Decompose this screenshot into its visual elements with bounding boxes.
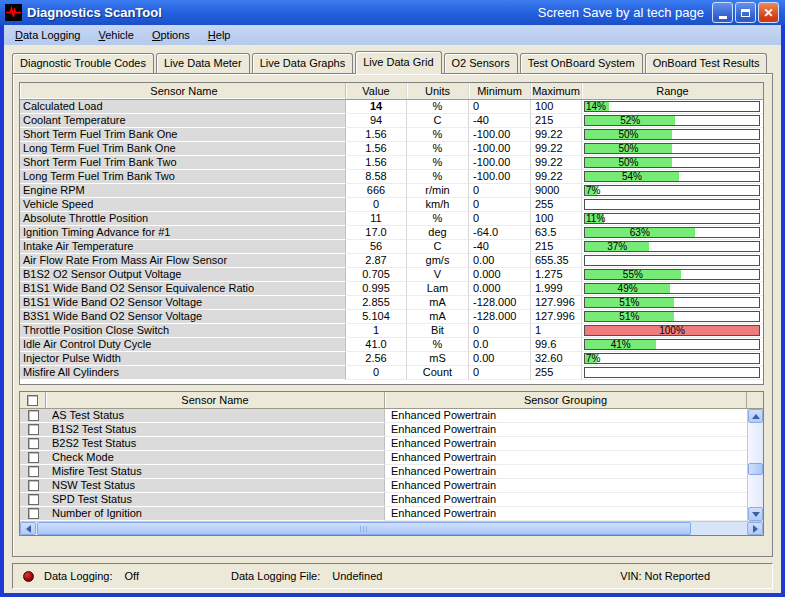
column-header-sensor-name[interactable]: Sensor Name: [20, 83, 346, 99]
grid-row[interactable]: Short Term Fuel Trim Bank Two 1.56 % -10…: [20, 156, 763, 170]
tab-live-data-graphs[interactable]: Live Data Graphs: [252, 53, 354, 73]
vertical-scrollbar[interactable]: [747, 409, 763, 521]
maximize-button[interactable]: [735, 2, 756, 23]
scroll-down-button[interactable]: [748, 507, 763, 521]
tab-onboard-test-results[interactable]: OnBoard Test Results: [645, 53, 768, 73]
range-cell: 41%: [582, 338, 763, 352]
range-bar-track: 54%: [584, 171, 760, 182]
grid-row[interactable]: Misfire All Cylinders 0 Count 0 255: [20, 366, 763, 380]
column-header-maximum[interactable]: Maximum: [531, 83, 582, 99]
range-bar-track: 49%: [584, 283, 760, 294]
sensor-table-row[interactable]: AS Test Status Enhanced Powertrain: [20, 409, 747, 423]
value-cell: 11: [346, 212, 407, 226]
horizontal-scroll-track[interactable]: [36, 522, 747, 535]
grid-row[interactable]: B1S1 Wide Band O2 Sensor Voltage 2.855 m…: [20, 296, 763, 310]
column-header-minimum[interactable]: Minimum: [469, 83, 531, 99]
sensor-name-cell: B1S2 Test Status: [46, 423, 385, 437]
tab-o2-sensors[interactable]: O2 Sensors: [444, 53, 518, 73]
scroll-right-button[interactable]: [747, 522, 763, 535]
menu-item-vehicle[interactable]: Vehicle: [89, 26, 142, 44]
sensor-table-row[interactable]: NSW Test Status Enhanced Powertrain: [20, 479, 747, 493]
grid-row[interactable]: Idle Air Control Duty Cycle 41.0 % 0.0 9…: [20, 338, 763, 352]
sensor-table-row[interactable]: Number of Ignition Enhanced Powertrain: [20, 507, 747, 521]
grid-row[interactable]: Injector Pulse Width 2.56 mS 0.00 32.60 …: [20, 352, 763, 366]
grid-row[interactable]: Long Term Fuel Trim Bank Two 8.58 % -100…: [20, 170, 763, 184]
range-percent-label: 49%: [585, 284, 670, 294]
checkbox-cell: [20, 451, 46, 465]
logging-file-value: Undefined: [332, 570, 382, 582]
tab-test-onboard-system[interactable]: Test OnBoard System: [520, 53, 643, 73]
sensor-table-row[interactable]: Misfire Test Status Enhanced Powertrain: [20, 465, 747, 479]
minimize-button[interactable]: [712, 2, 733, 23]
row-checkbox[interactable]: [28, 494, 39, 505]
column-header-sensor-name-2[interactable]: Sensor Name: [46, 392, 385, 408]
grid-row[interactable]: Vehicle Speed 0 km/h 0 255: [20, 198, 763, 212]
value-cell: 8.58: [346, 170, 407, 184]
grid-row[interactable]: Throttle Position Close Switch 1 Bit 0 1…: [20, 324, 763, 338]
range-cell: 50%: [582, 142, 763, 156]
vertical-scroll-track[interactable]: [748, 423, 763, 507]
horizontal-scroll-thumb[interactable]: [37, 522, 691, 535]
title-bar[interactable]: Diagnostics ScanTool Screen Save by al t…: [0, 0, 785, 25]
maximum-cell: 99.6: [531, 338, 582, 352]
sensor-table-row[interactable]: Check Mode Enhanced Powertrain: [20, 451, 747, 465]
select-all-checkbox[interactable]: [27, 395, 38, 406]
grid-row[interactable]: Short Term Fuel Trim Bank One 1.56 % -10…: [20, 128, 763, 142]
sensor-name-cell: Absolute Throttle Position: [20, 212, 346, 226]
sensor-table-row[interactable]: B2S2 Test Status Enhanced Powertrain: [20, 437, 747, 451]
grid-row[interactable]: Absolute Throttle Position 11 % 0 100 11…: [20, 212, 763, 226]
sensor-name-cell: AS Test Status: [46, 409, 385, 423]
minimum-cell: -64.0: [469, 226, 531, 240]
scroll-up-button[interactable]: [748, 409, 763, 423]
row-checkbox[interactable]: [28, 452, 39, 463]
units-cell: r/min: [407, 184, 469, 198]
grid-row[interactable]: Coolant Temperature 94 C -40 215 52%: [20, 114, 763, 128]
range-bar-track: 7%: [584, 185, 760, 196]
row-checkbox[interactable]: [28, 438, 39, 449]
row-checkbox[interactable]: [28, 480, 39, 491]
tab-live-data-meter[interactable]: Live Data Meter: [156, 53, 250, 73]
sensor-name-cell: Injector Pulse Width: [20, 352, 346, 366]
row-checkbox[interactable]: [28, 508, 39, 519]
grid-row[interactable]: Air Flow Rate From Mass Air Flow Sensor …: [20, 254, 763, 268]
menu-item-data-logging[interactable]: Data Logging: [6, 26, 89, 44]
sensor-table-row[interactable]: SPD Test Status Enhanced Powertrain: [20, 493, 747, 507]
vertical-scroll-thumb[interactable]: [748, 463, 763, 475]
grid-row[interactable]: B3S1 Wide Band O2 Sensor Voltage 5.104 m…: [20, 310, 763, 324]
checkbox-cell: [20, 479, 46, 493]
minimum-cell: 0: [469, 366, 531, 380]
grid-row[interactable]: B1S2 O2 Sensor Output Voltage 0.705 V 0.…: [20, 268, 763, 282]
grid-row[interactable]: Long Term Fuel Trim Bank One 1.56 % -100…: [20, 142, 763, 156]
column-header-sensor-grouping[interactable]: Sensor Grouping: [385, 392, 747, 408]
range-bar-track: [584, 199, 760, 210]
grid-row[interactable]: B1S1 Wide Band O2 Sensor Equivalence Rat…: [20, 282, 763, 296]
sensor-name-cell: Short Term Fuel Trim Bank Two: [20, 156, 346, 170]
tab-live-data-grid[interactable]: Live Data Grid: [355, 51, 441, 74]
minimum-cell: 0: [469, 324, 531, 338]
row-checkbox[interactable]: [28, 424, 39, 435]
menu-item-help[interactable]: Help: [199, 26, 240, 44]
sensor-name-cell: Intake Air Temperature: [20, 240, 346, 254]
sensor-name-cell: Long Term Fuel Trim Bank One: [20, 142, 346, 156]
grid-row[interactable]: Intake Air Temperature 56 C -40 215 37%: [20, 240, 763, 254]
grid-row[interactable]: Calculated Load 14 % 0 100 14%: [20, 100, 763, 114]
menu-item-options[interactable]: Options: [143, 26, 199, 44]
checkbox-cell: [20, 409, 46, 423]
column-header-units[interactable]: Units: [407, 83, 469, 99]
grid-row[interactable]: Ignition Timing Advance for #1 17.0 deg …: [20, 226, 763, 240]
column-header-value[interactable]: Value: [346, 83, 407, 99]
range-percent-label: 63%: [585, 228, 695, 238]
sensor-grouping-cell: Enhanced Powertrain: [385, 423, 747, 437]
range-percent-label: 51%: [585, 312, 674, 322]
sensor-name-cell: Calculated Load: [20, 100, 346, 114]
sensor-table-row[interactable]: B1S2 Test Status Enhanced Powertrain: [20, 423, 747, 437]
tab-diagnostic-trouble-codes[interactable]: Diagnostic Trouble Codes: [12, 53, 154, 73]
units-cell: %: [407, 212, 469, 226]
grid-row[interactable]: Engine RPM 666 r/min 0 9000 7%: [20, 184, 763, 198]
close-button[interactable]: ✕: [758, 2, 779, 23]
scroll-left-button[interactable]: [20, 522, 36, 535]
horizontal-scrollbar[interactable]: [20, 521, 763, 535]
row-checkbox[interactable]: [28, 410, 39, 421]
row-checkbox[interactable]: [28, 466, 39, 477]
column-header-range[interactable]: Range: [582, 83, 763, 99]
